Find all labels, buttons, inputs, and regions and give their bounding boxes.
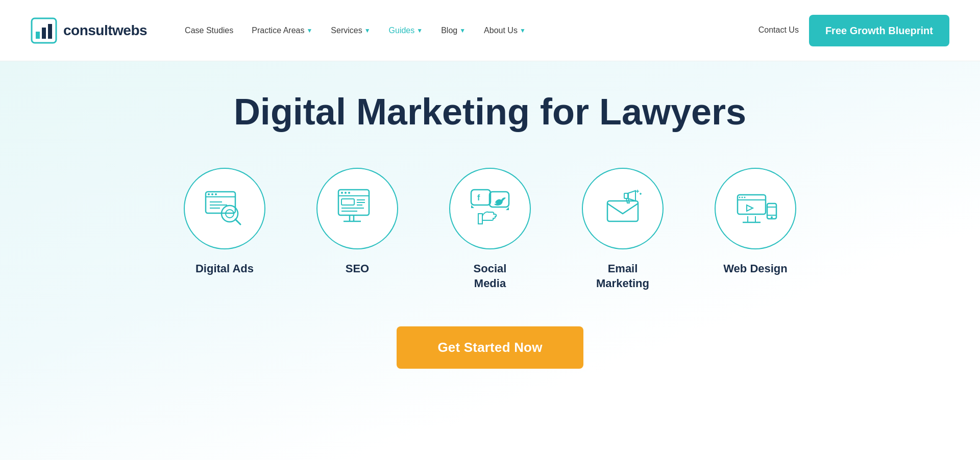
social-media-label: SocialMedia xyxy=(474,262,507,291)
digital-ads-circle[interactable] xyxy=(184,168,265,249)
nav-case-studies[interactable]: Case Studies xyxy=(178,22,240,39)
svg-point-49 xyxy=(742,197,743,198)
service-seo: SEO xyxy=(311,168,403,276)
seo-label: SEO xyxy=(346,262,369,276)
contact-us-link[interactable]: Contact Us xyxy=(758,25,799,36)
web-design-label: Web Design xyxy=(723,262,788,276)
logo-text: consultwebs xyxy=(63,22,147,39)
nav-blog[interactable]: Blog ▼ xyxy=(434,22,473,39)
svg-point-18 xyxy=(345,192,347,194)
nav-guides[interactable]: Guides ▼ xyxy=(382,22,430,39)
main-nav: Case Studies Practice Areas ▼ Services ▼… xyxy=(178,22,758,39)
svg-rect-29 xyxy=(471,190,491,205)
practice-areas-chevron: ▼ xyxy=(306,27,312,34)
seo-circle[interactable] xyxy=(316,168,398,249)
nav-services[interactable]: Services ▼ xyxy=(324,22,377,39)
nav-practice-areas[interactable]: Practice Areas ▼ xyxy=(244,22,320,39)
services-row: Digital Ads xyxy=(179,168,801,291)
svg-rect-3 xyxy=(48,24,52,39)
svg-marker-40 xyxy=(747,205,753,211)
service-social-media: f SocialMedia xyxy=(444,168,536,291)
digital-ads-label: Digital Ads xyxy=(195,262,254,276)
web-design-circle[interactable] xyxy=(715,168,796,249)
nav-about-us[interactable]: About Us ▼ xyxy=(477,22,533,39)
header: consultwebs Case Studies Practice Areas … xyxy=(0,0,980,61)
guides-chevron: ▼ xyxy=(416,27,423,34)
get-started-button[interactable]: Get Started Now xyxy=(397,326,583,369)
email-marketing-icon xyxy=(600,186,646,232)
svg-point-50 xyxy=(744,197,746,198)
email-marketing-circle[interactable] xyxy=(582,168,664,249)
email-marketing-label: EmailMarketing xyxy=(596,262,649,291)
social-media-icon: f xyxy=(467,186,513,232)
service-email-marketing: EmailMarketing xyxy=(577,168,669,291)
hero-title: Digital Marketing for Lawyers xyxy=(234,92,746,132)
logo-link[interactable]: consultwebs xyxy=(31,17,147,44)
logo-icon xyxy=(31,17,57,44)
svg-text:f: f xyxy=(477,193,480,202)
svg-point-6 xyxy=(208,193,210,195)
nav-right: Contact Us Free Growth Blueprint xyxy=(758,15,949,46)
service-web-design: Web Design xyxy=(709,168,801,276)
svg-point-8 xyxy=(215,193,217,195)
social-media-circle[interactable]: f xyxy=(449,168,531,249)
svg-line-13 xyxy=(235,219,240,224)
about-chevron: ▼ xyxy=(520,27,526,34)
svg-point-47 xyxy=(771,216,773,218)
blog-chevron: ▼ xyxy=(459,27,465,34)
free-growth-blueprint-button[interactable]: Free Growth Blueprint xyxy=(809,15,949,46)
digital-ads-icon xyxy=(202,186,248,232)
svg-point-19 xyxy=(348,192,350,194)
service-digital-ads: Digital Ads xyxy=(179,168,271,276)
services-chevron: ▼ xyxy=(364,27,371,34)
svg-rect-20 xyxy=(341,199,354,205)
hero-section: Digital Marketing for Lawyers xyxy=(0,61,980,460)
seo-icon xyxy=(334,186,380,232)
web-design-icon xyxy=(732,186,778,232)
svg-point-7 xyxy=(211,193,213,195)
svg-point-17 xyxy=(341,192,343,194)
svg-point-48 xyxy=(739,197,741,198)
svg-rect-1 xyxy=(36,32,40,39)
svg-rect-2 xyxy=(42,28,46,39)
svg-rect-32 xyxy=(607,201,638,221)
